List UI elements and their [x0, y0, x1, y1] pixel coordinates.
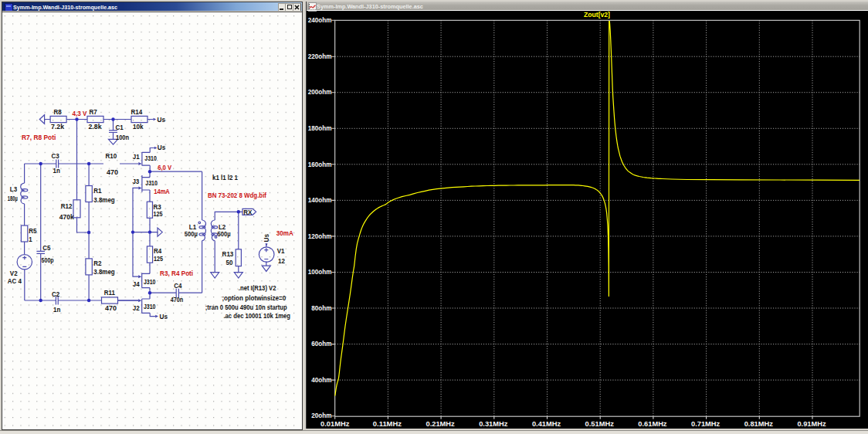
svg-text:6,0 V: 6,0 V [158, 164, 172, 171]
svg-text:;tran 0 500u 490u 10n startup: ;tran 0 500u 490u 10n startup [205, 303, 287, 311]
svg-text:100ohm: 100ohm [308, 268, 332, 276]
svg-text:1: 1 [29, 236, 32, 243]
svg-text:100n: 100n [116, 134, 129, 141]
svg-text:7.2k: 7.2k [51, 123, 65, 131]
svg-text:Us: Us [158, 116, 166, 124]
svg-text:50: 50 [226, 259, 233, 266]
svg-text:R5: R5 [29, 227, 36, 235]
svg-text:.net I(R13) V2: .net I(R13) V2 [239, 284, 276, 292]
svg-text:Us: Us [160, 313, 168, 320]
svg-text:10k: 10k [133, 123, 144, 131]
svg-text:R2: R2 [93, 259, 101, 267]
svg-text:80ohm: 80ohm [311, 304, 331, 312]
svg-text:120ohm: 120ohm [308, 232, 332, 240]
svg-text:125: 125 [154, 255, 163, 263]
svg-text:C1: C1 [116, 124, 124, 131]
svg-text:R4: R4 [154, 247, 162, 255]
svg-text:RX: RX [243, 209, 253, 216]
svg-text:500µ: 500µ [185, 230, 198, 238]
svg-text:J310: J310 [144, 154, 157, 162]
svg-text:1n: 1n [53, 306, 61, 314]
svg-text:60ohm: 60ohm [311, 340, 331, 348]
svg-text:R7: R7 [90, 108, 97, 116]
svg-text:3.8meg: 3.8meg [93, 268, 114, 276]
svg-text:AC 4: AC 4 [8, 277, 22, 285]
svg-text:0.91MHz: 0.91MHz [797, 420, 826, 428]
svg-text:C5: C5 [42, 244, 50, 252]
svg-text:k1 l1 l2 1: k1 l1 l2 1 [212, 174, 238, 181]
svg-text:Us: Us [158, 144, 166, 151]
svg-text:V2: V2 [10, 270, 18, 277]
svg-text:V1: V1 [277, 247, 285, 255]
svg-text:C4: C4 [174, 282, 182, 290]
svg-text:200ohm: 200ohm [308, 88, 332, 96]
svg-text:160ohm: 160ohm [308, 161, 332, 168]
svg-text:L3: L3 [10, 185, 17, 193]
svg-text:0.11MHz: 0.11MHz [373, 420, 402, 428]
svg-text:J3: J3 [132, 178, 139, 185]
svg-text:R12: R12 [61, 202, 73, 210]
svg-text:Zout[v2]: Zout[v2] [584, 11, 610, 19]
svg-text:140ohm: 140ohm [308, 196, 332, 204]
svg-text:R3, R4 Poti: R3, R4 Poti [160, 270, 193, 277]
svg-text:R11: R11 [104, 289, 115, 297]
svg-text:;option plotwinsize=0: ;option plotwinsize=0 [222, 294, 286, 302]
svg-text:470k: 470k [59, 213, 75, 221]
svg-text:.ac dec 10001 10k 1meg: .ac dec 10001 10k 1meg [223, 312, 290, 320]
svg-text:0.71MHz: 0.71MHz [691, 420, 721, 428]
svg-text:180ohm: 180ohm [308, 124, 332, 132]
svg-text:12: 12 [278, 257, 285, 265]
svg-text:R10: R10 [106, 152, 117, 160]
svg-text:20ohm: 20ohm [311, 412, 331, 419]
svg-text:14mA: 14mA [154, 188, 170, 195]
svg-text:J310: J310 [144, 278, 156, 286]
svg-text:470n: 470n [171, 296, 184, 303]
svg-text:240ohm: 240ohm [308, 16, 332, 24]
svg-text:0.31MHz: 0.31MHz [479, 420, 508, 428]
svg-text:R13: R13 [222, 250, 234, 258]
svg-text:125: 125 [154, 210, 163, 218]
svg-text:0.51MHz: 0.51MHz [585, 420, 615, 428]
svg-text:C2: C2 [52, 290, 59, 298]
svg-text:J2: J2 [133, 304, 140, 312]
svg-text:R7, R8 Poti: R7, R8 Poti [22, 134, 56, 141]
svg-text:220ohm: 220ohm [308, 53, 332, 60]
svg-text:470: 470 [107, 168, 118, 176]
svg-text:500µ: 500µ [218, 230, 231, 238]
svg-text:180µ: 180µ [8, 195, 18, 202]
svg-text:4,3 V: 4,3 V [73, 110, 88, 117]
svg-text:R14: R14 [131, 108, 143, 116]
svg-text:Us: Us [263, 234, 270, 242]
svg-text:0.81MHz: 0.81MHz [744, 420, 774, 428]
svg-text:40ohm: 40ohm [311, 376, 331, 384]
svg-text:470: 470 [105, 304, 117, 312]
svg-text:J310: J310 [144, 303, 156, 310]
svg-text:500p: 500p [42, 256, 54, 264]
svg-text:C3: C3 [52, 152, 59, 160]
svg-text:30mA: 30mA [276, 229, 293, 237]
svg-text:R1: R1 [93, 187, 101, 195]
svg-text:0.01MHz: 0.01MHz [320, 420, 350, 428]
svg-text:0.41MHz: 0.41MHz [532, 420, 561, 428]
svg-text:0.21MHz: 0.21MHz [426, 420, 456, 428]
svg-text:J4: J4 [133, 280, 141, 288]
svg-text:1n: 1n [53, 167, 61, 175]
svg-text:R8: R8 [54, 108, 62, 116]
svg-text:BN 73-202 8 Wdg.bif: BN 73-202 8 Wdg.bif [208, 192, 267, 199]
svg-text:J310: J310 [145, 179, 158, 187]
svg-text:0.61MHz: 0.61MHz [638, 420, 667, 428]
svg-text:2.8k: 2.8k [89, 123, 103, 131]
svg-text:3.8meg: 3.8meg [93, 196, 114, 204]
svg-text:J1: J1 [133, 153, 140, 161]
